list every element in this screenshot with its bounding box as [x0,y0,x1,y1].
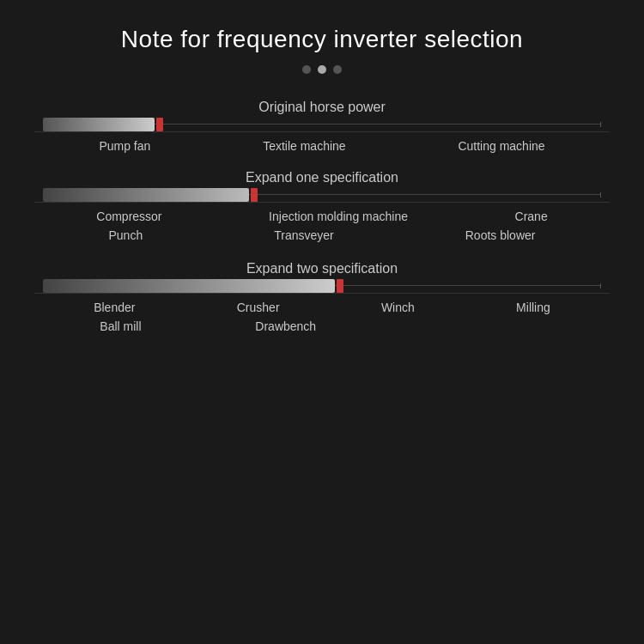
label-crusher: Crusher [232,299,285,316]
dot-1[interactable] [302,65,311,74]
label-line-expand2-1: Blender Crusher Winch Milling [43,299,601,316]
bar-fill-expand-two [43,279,343,293]
bar-container-original [34,124,610,125]
bar-fill-expand-one [43,188,258,202]
bar-container-expand-one [34,194,610,195]
bar-fill-original [43,118,163,131]
section-expand-one-title: Expand one specification [34,170,610,185]
page-title: Note for frequency inverter selection [121,26,523,53]
labels-expand-two: Blender Crusher Winch Milling Ball mill … [34,299,610,337]
label-milling: Milling [511,299,556,316]
section-expand-two: Expand two specification Blender Crusher… [34,261,610,337]
label-line-expand2-2: Ball mill Drawbench [43,318,601,335]
section-original: Original horse power Pump fan Textile ma… [34,100,610,155]
divider-expand-two [34,293,610,294]
label-empty-2 [539,318,550,335]
label-ball-mill: Ball mill [94,318,146,335]
label-winch: Winch [376,299,420,316]
label-injection: Injection molding machine [264,208,413,225]
section-expand-two-title: Expand two specification [34,261,610,276]
bar-marker-expand-one [251,188,258,202]
divider-original [34,131,610,132]
label-punch: Punch [104,227,149,244]
labels-original: Pump fan Textile machine Cutting machine [34,137,610,155]
label-crane: Crane [510,208,553,225]
section-original-title: Original horse power [34,100,610,115]
bar-track-original [43,124,601,125]
dot-2[interactable] [318,65,326,74]
bar-track-expand-two [43,285,601,286]
label-drawbench: Drawbench [250,318,321,335]
bar-marker-original [156,118,163,131]
label-line-1: Compressor Injection molding machine Cra… [43,208,601,225]
pagination-dots [302,65,342,74]
label-line-2: Punch Transveyer Roots blower [43,227,601,244]
label-roots-blower: Roots blower [460,227,541,244]
bar-marker-expand-two [337,279,343,293]
label-compressor: Compressor [91,208,167,225]
section-expand-one: Expand one specification Compressor Inje… [34,170,610,246]
bar-track-expand-one [43,194,601,195]
label-textile: Textile machine [258,137,351,155]
label-transveyer: Transveyer [269,227,339,244]
divider-expand-one [34,202,610,203]
bar-gradient-original [43,118,155,131]
labels-expand-one: Compressor Injection molding machine Cra… [34,208,610,246]
bar-gradient-expand-one [43,188,249,202]
bar-container-expand-two [34,285,610,286]
label-pump-fan: Pump fan [94,137,155,155]
label-empty-1 [425,318,435,335]
dot-3[interactable] [333,65,342,74]
bar-gradient-expand-two [43,279,335,293]
label-cutting: Cutting machine [453,137,550,155]
main-container: Note for frequency inverter selection Or… [0,0,644,644]
label-blender: Blender [88,299,140,316]
